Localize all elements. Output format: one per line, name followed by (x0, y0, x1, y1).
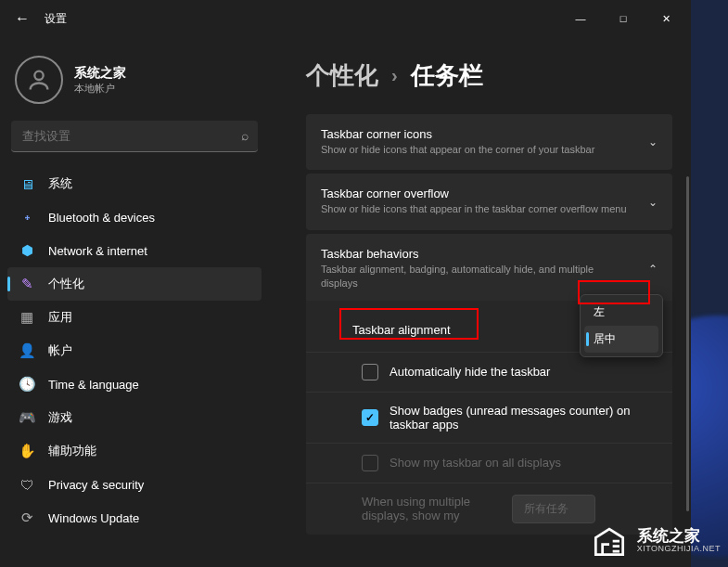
nav-icon: 👤 (19, 342, 35, 359)
svg-point-0 (34, 71, 43, 80)
alignment-option-center[interactable]: 居中 (584, 326, 658, 353)
sidebar-item-1[interactable]: ᛭Bluetooth & devices (7, 200, 262, 234)
sidebar-item-label: 辅助功能 (48, 443, 96, 459)
minimize-button[interactable]: — (559, 0, 602, 37)
nav-icon: ✋ (19, 443, 35, 459)
checkbox-all-displays (362, 455, 378, 471)
checkbox-badges[interactable] (362, 409, 378, 426)
user-subtitle: 本地帐户 (74, 82, 126, 96)
sidebar-item-6[interactable]: 🕓Time & language (7, 367, 262, 401)
close-button[interactable]: ✕ (645, 0, 687, 37)
search-input[interactable] (11, 121, 258, 152)
sidebar-item-5[interactable]: 👤帐户 (7, 334, 262, 367)
row-all-displays: Show my taskbar on all displays (306, 443, 672, 483)
user-name: 系统之家 (74, 65, 126, 82)
chevron-down-icon: ⌄ (648, 196, 658, 209)
avatar (15, 56, 63, 104)
sidebar-item-4[interactable]: ▦应用 (7, 301, 262, 334)
chevron-up-icon: ⌃ (648, 263, 658, 276)
row-badges[interactable]: Show badges (unread messages counter) on… (306, 392, 672, 443)
sidebar-item-label: 个性化 (48, 276, 84, 292)
user-profile[interactable]: 系统之家 本地帐户 (7, 48, 262, 119)
card-corner-overflow[interactable]: Taskbar corner overflow Show or hide ico… (306, 174, 672, 229)
maximize-button[interactable]: □ (602, 0, 645, 37)
sidebar-item-10[interactable]: ⟳Windows Update (7, 501, 262, 535)
nav-icon: ᛭ (19, 210, 35, 226)
settings-window: ← 设置 — □ ✕ 系统之家 本地帐户 ⌕ (0, 0, 691, 567)
nav-icon: 🖥 (19, 176, 35, 192)
alignment-dropdown-menu: 左 居中 (580, 294, 663, 357)
app-title: 设置 (45, 11, 67, 27)
watermark-logo-icon (589, 521, 630, 561)
sidebar-item-label: Privacy & security (48, 478, 144, 492)
sidebar-item-3[interactable]: ✎个性化 (7, 267, 262, 301)
main-panel: 个性化 › 任务栏 Taskbar corner icons Show or h… (269, 37, 691, 567)
sidebar-item-8[interactable]: ✋辅助功能 (7, 434, 262, 468)
back-button[interactable]: ← (4, 0, 41, 37)
nav-icon: 🛡 (19, 477, 35, 493)
nav-icon: ▦ (19, 309, 35, 326)
sidebar-item-label: 系统 (48, 175, 72, 192)
nav-icon: 🕓 (19, 376, 35, 393)
sidebar: 系统之家 本地帐户 ⌕ 🖥系统᛭Bluetooth & devices⬢Netw… (0, 37, 269, 567)
multi-dropdown: 所有任务 (512, 495, 595, 523)
sidebar-item-label: Bluetooth & devices (48, 211, 155, 225)
checkbox-autohide[interactable] (362, 364, 378, 380)
scrollbar[interactable] (686, 176, 689, 511)
nav-icon: ⟳ (19, 509, 35, 526)
sidebar-item-label: Network & internet (48, 244, 147, 258)
titlebar: ← 设置 — □ ✕ (0, 0, 691, 37)
watermark: 系统之家 XITONGZHIJIA.NET (589, 521, 721, 561)
behaviors-body: Taskbar alignment 左 居中 Automatically hid… (306, 301, 672, 535)
chevron-down-icon: ⌄ (648, 135, 658, 148)
search-icon: ⌕ (241, 128, 249, 143)
breadcrumb: 个性化 › 任务栏 (306, 59, 672, 92)
sidebar-item-0[interactable]: 🖥系统 (7, 167, 262, 200)
breadcrumb-parent[interactable]: 个性化 (306, 59, 378, 92)
sidebar-item-label: 应用 (48, 309, 72, 326)
sidebar-item-9[interactable]: 🛡Privacy & security (7, 468, 262, 501)
card-corner-icons[interactable]: Taskbar corner icons Show or hide icons … (306, 114, 672, 170)
sidebar-item-7[interactable]: 🎮游戏 (7, 401, 262, 434)
nav-icon: 🎮 (19, 409, 35, 426)
chevron-right-icon: › (391, 65, 398, 86)
sidebar-item-label: Windows Update (48, 511, 139, 525)
alignment-option-left[interactable]: 左 (584, 299, 658, 326)
search-wrap: ⌕ (11, 121, 258, 152)
sidebar-item-label: 游戏 (48, 409, 72, 426)
nav-icon: ✎ (19, 276, 35, 292)
breadcrumb-current: 任务栏 (411, 59, 483, 92)
nav-icon: ⬢ (19, 242, 35, 259)
sidebar-item-label: 帐户 (48, 342, 72, 359)
sidebar-item-2[interactable]: ⬢Network & internet (7, 234, 262, 267)
row-alignment: Taskbar alignment 左 居中 (306, 304, 672, 352)
sidebar-item-label: Time & language (48, 378, 139, 392)
